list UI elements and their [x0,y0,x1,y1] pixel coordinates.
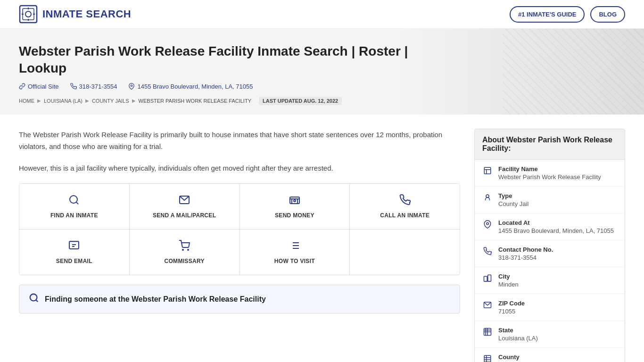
find-text: Finding someone at the Webster Parish Wo… [45,295,266,304]
action-find-inmate[interactable]: FIND AN INMATE [19,184,130,229]
svg-rect-25 [484,167,491,174]
action-how-to-visit-label: HOW TO VISIT [274,258,315,264]
hero-section: Webster Parish Work Release Facility Inm… [0,29,644,115]
phone-number: 318-371-3554 [79,83,117,90]
action-send-money-label: SEND MONEY [275,212,314,219]
facility-name-label: Facility Name [498,165,601,173]
phone-value: 318-371-3554 [498,254,553,261]
sidebar-facility-name: Facility Name Webster Parish Work Releas… [475,160,625,187]
svg-rect-33 [484,355,491,362]
sidebar-located-at: Located At 1455 Bravo Boulevard, Minden,… [475,214,625,240]
city-value: Minden [498,281,519,288]
content-left: The Webster Parish Work Release Facility… [19,129,460,362]
breadcrumb-current: WEBSTER PARISH WORK RELEASE FACILITY [139,98,251,104]
breadcrumb-county-jails[interactable]: COUNTY JAILS [92,98,129,104]
sidebar: About Webster Parish Work Release Facili… [474,129,625,362]
svg-point-27 [487,222,489,225]
address-text: 1455 Bravo Boulevard, Minden, LA, 71055 [137,83,253,90]
svg-point-12 [294,200,296,202]
official-site-link[interactable]: Official Site [19,83,59,90]
email-icon [68,240,80,254]
svg-point-26 [486,195,489,197]
sidebar-county: County Webster Parish County [475,348,625,362]
blog-button[interactable]: BLOG [590,6,625,23]
action-call-inmate[interactable]: CALL AN INMATE [350,184,460,229]
svg-point-16 [188,249,189,250]
last-updated-badge: LAST UPDATED AUG. 12, 2022 [259,97,342,105]
sep2: ▶ [85,98,89,103]
action-call-inmate-label: CALL AN INMATE [380,212,429,219]
location-icon [128,83,135,90]
hero-background [503,29,644,115]
svg-point-8 [70,196,77,203]
svg-point-15 [182,249,183,250]
zip-icon [482,301,493,312]
type-label: Type [498,192,528,199]
breadcrumb-home[interactable]: HOME [19,98,34,104]
call-icon [399,194,411,208]
guide-button[interactable]: #1 INMATE'S GUIDE [510,6,585,23]
facility-name-value: Webster Parish Work Release Facility [498,173,601,181]
breadcrumb-state[interactable]: LOUISIANA (LA) [44,98,83,104]
official-site-text[interactable]: Official Site [28,83,59,90]
action-send-email[interactable]: SEND EMAIL [19,230,130,275]
phone-meta: 318-371-3554 [70,83,117,90]
action-how-to-visit[interactable]: HOW TO VISIT [240,230,350,275]
zip-value: 71055 [498,308,525,315]
action-row-2: SEND EMAIL COMMISSARY [19,230,460,275]
sidebar-state: State Louisiana (LA) [475,321,625,348]
action-send-email-label: SEND EMAIL [56,258,92,264]
state-icon [482,328,493,338]
description-para2: However, this is a jail facility where t… [19,162,460,174]
sidebar-phone-content: Contact Phone No. 318-371-3554 [498,246,553,261]
svg-point-7 [131,85,133,87]
sidebar-type-content: Type County Jail [498,192,528,207]
description-para1: The Webster Parish Work Release Facility… [19,129,460,153]
mail-icon [179,194,190,208]
find-section[interactable]: Finding someone at the Webster Parish Wo… [19,285,460,313]
cart-icon [179,240,190,254]
svg-point-23 [30,294,37,301]
page-title: Webster Parish Work Release Facility Inm… [19,43,420,77]
located-at-icon [482,220,493,231]
logo-icon [19,5,38,24]
county-icon [482,354,493,362]
address-meta: 1455 Bravo Boulevard, Minden, LA, 71055 [128,83,253,90]
find-search-icon [29,293,39,305]
action-send-money[interactable]: SEND MONEY [240,184,350,229]
money-icon [289,194,300,208]
sidebar-type: Type County Jail [475,187,625,214]
action-send-mail-label: SEND A MAIL/PARCEL [153,212,216,219]
header-buttons: #1 INMATE'S GUIDE BLOG [510,6,625,23]
search-icon [68,194,80,208]
svg-line-24 [36,300,38,302]
sidebar-city-content: City Minden [498,273,519,288]
svg-point-2 [25,11,31,17]
sidebar-county-content: County Webster Parish County [498,354,561,362]
svg-rect-1 [23,8,34,20]
link-icon [19,83,25,90]
sidebar-zip: ZIP Code 71055 [475,294,625,321]
building-icon [482,166,493,177]
sidebar-located-at-content: Located At 1455 Bravo Boulevard, Minden,… [498,219,614,234]
svg-rect-28 [484,276,487,281]
header: INMATE SEARCH #1 INMATE'S GUIDE BLOG [0,0,644,29]
county-label: County [498,354,561,361]
svg-rect-14 [70,242,78,242]
action-grid: FIND AN INMATE SEND A MAIL/PARCEL [19,183,460,275]
action-row-1: FIND AN INMATE SEND A MAIL/PARCEL [19,184,460,230]
action-commissary-label: COMMISSARY [165,258,205,264]
sep3: ▶ [132,98,136,103]
action-send-mail[interactable]: SEND A MAIL/PARCEL [130,184,240,229]
action-commissary[interactable]: COMMISSARY [130,230,240,275]
sidebar-state-content: State Louisiana (LA) [498,327,538,342]
sep1: ▶ [37,98,41,103]
svg-rect-29 [488,275,491,281]
phone-label: Contact Phone No. [498,246,553,253]
sidebar-header: About Webster Parish Work Release Facili… [475,129,625,160]
sidebar-phone-icon [482,247,493,258]
sidebar-card: About Webster Parish Work Release Facili… [474,129,625,362]
zip-label: ZIP Code [498,300,525,307]
type-value: County Jail [498,200,528,207]
state-value: Louisiana (LA) [498,335,538,342]
